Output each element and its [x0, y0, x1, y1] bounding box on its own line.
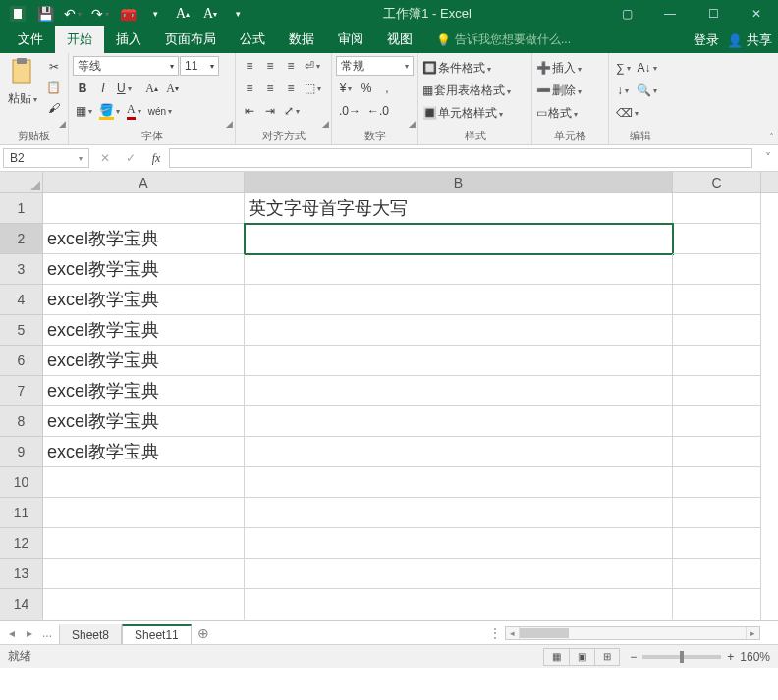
cell-A11[interactable] [43, 498, 245, 528]
cell-B7[interactable] [245, 376, 673, 406]
cell-B8[interactable] [245, 406, 673, 437]
cell-A7[interactable]: excel教学宝典 [43, 376, 245, 406]
cell-B3[interactable] [245, 254, 673, 285]
cell-A5[interactable]: excel教学宝典 [43, 315, 245, 346]
align-left-button[interactable]: ≡ [240, 79, 259, 98]
tab-file[interactable]: 文件 [6, 26, 55, 53]
sheet-nav-ellipsis[interactable]: ... [39, 626, 55, 640]
cell-B1[interactable]: 英文字母首字母大写 [245, 193, 673, 224]
formula-input[interactable] [169, 148, 752, 168]
tab-view[interactable]: 视图 [375, 26, 424, 53]
format-cells-button[interactable]: ▭格式 [536, 102, 582, 124]
cell-A10[interactable] [43, 467, 245, 498]
find-select-button[interactable]: 🔍 [634, 81, 660, 100]
cell-C12[interactable] [673, 528, 761, 559]
hscroll-split-icon[interactable]: ⋮ [489, 626, 501, 640]
autosum-button[interactable]: ∑ [613, 58, 634, 78]
column-header-A[interactable]: A [43, 172, 245, 192]
cell-C13[interactable] [673, 559, 761, 589]
row-header[interactable]: 8 [0, 406, 43, 437]
share-button[interactable]: 👤共享 [727, 31, 772, 49]
cell-B9[interactable] [245, 437, 673, 467]
redo-button[interactable]: ↷ [88, 2, 112, 26]
copy-button[interactable]: 📋 [43, 78, 64, 97]
comma-button[interactable]: , [377, 79, 397, 98]
cell-A3[interactable]: excel教学宝典 [43, 254, 245, 285]
cell-C3[interactable] [673, 254, 761, 285]
row-header[interactable]: 12 [0, 528, 43, 559]
align-bottom-button[interactable]: ≡ [281, 56, 301, 76]
tab-layout[interactable]: 页面布局 [153, 26, 228, 53]
wrap-text-button[interactable]: ⏎ [302, 56, 323, 76]
format-painter-button[interactable]: 🖌 [43, 98, 64, 118]
cell-A9[interactable]: excel教学宝典 [43, 437, 245, 467]
cell-B5[interactable] [245, 315, 673, 346]
tab-review[interactable]: 审阅 [326, 26, 375, 53]
align-middle-button[interactable]: ≡ [260, 56, 280, 76]
zoom-out-button[interactable]: − [630, 650, 637, 664]
underline-button[interactable]: U [114, 79, 135, 98]
tab-insert[interactable]: 插入 [104, 26, 153, 53]
cell-styles-button[interactable]: 🔳单元格样式 [422, 102, 511, 124]
row-header[interactable]: 9 [0, 437, 43, 467]
cell-C1[interactable] [673, 193, 761, 224]
qat-overflow-icon[interactable]: ▾ [226, 2, 250, 26]
align-right-button[interactable]: ≡ [281, 79, 301, 98]
zoom-level[interactable]: 160% [740, 650, 770, 664]
fill-button[interactable]: ↓ [613, 81, 633, 100]
cell-C6[interactable] [673, 346, 761, 376]
grow-font-button[interactable]: A▴ [142, 79, 162, 98]
row-header[interactable]: 6 [0, 346, 43, 376]
maximize-button[interactable]: ☐ [692, 0, 735, 27]
cell-A12[interactable] [43, 528, 245, 559]
sheet-tab[interactable]: Sheet8 [59, 624, 122, 644]
row-header[interactable]: 14 [0, 589, 43, 619]
bold-button[interactable]: B [73, 79, 92, 98]
cell-C7[interactable] [673, 376, 761, 406]
cell-B12[interactable] [245, 528, 673, 559]
view-page-layout-button[interactable]: ▣ [569, 648, 594, 666]
percent-button[interactable]: % [357, 79, 376, 98]
cell-C14[interactable] [673, 589, 761, 619]
insert-cells-button[interactable]: ➕插入 [536, 57, 582, 79]
phonetic-button[interactable]: wén [145, 101, 175, 121]
cell-B2[interactable] [245, 224, 673, 254]
column-header-C[interactable]: C [673, 172, 761, 192]
cancel-formula-button[interactable]: ✕ [92, 145, 118, 171]
align-top-button[interactable]: ≡ [240, 56, 259, 76]
close-button[interactable]: ✕ [735, 0, 778, 27]
row-header[interactable]: 5 [0, 315, 43, 346]
cell-B13[interactable] [245, 559, 673, 589]
number-format-combo[interactable]: 常规 [336, 56, 414, 76]
font-launcher-icon[interactable]: ◢ [226, 119, 233, 129]
conditional-format-button[interactable]: 🔲条件格式 [422, 57, 511, 79]
row-header[interactable]: 4 [0, 285, 43, 315]
insert-function-button[interactable]: fx [143, 145, 169, 171]
row-header[interactable]: 1 [0, 193, 43, 224]
cell-A13[interactable] [43, 559, 245, 589]
decrease-font-icon[interactable]: A▾ [198, 2, 222, 26]
sort-filter-button[interactable]: A↓ [635, 58, 660, 78]
ribbon-display-button[interactable]: ▢ [605, 0, 648, 27]
minimize-button[interactable]: — [648, 0, 692, 27]
cell-C9[interactable] [673, 437, 761, 467]
row-header[interactable]: 3 [0, 254, 43, 285]
sheet-tab[interactable]: Sheet11 [122, 624, 192, 644]
cell-B10[interactable] [245, 467, 673, 498]
undo-button[interactable]: ↶ [61, 2, 84, 26]
font-color-button[interactable]: A [124, 101, 144, 121]
enter-formula-button[interactable]: ✓ [118, 145, 143, 171]
row-header[interactable]: 11 [0, 498, 43, 528]
collapse-ribbon-icon[interactable]: ˄ [769, 132, 774, 142]
qat-more-icon[interactable]: ▾ [143, 2, 167, 26]
borders-button[interactable]: ▦ [73, 101, 95, 121]
cell-A2[interactable]: excel教学宝典 [43, 224, 245, 254]
scroll-left-icon[interactable]: ◂ [506, 627, 520, 639]
new-sheet-button[interactable]: ⊕ [192, 625, 215, 641]
row-header[interactable]: 10 [0, 467, 43, 498]
align-launcher-icon[interactable]: ◢ [322, 119, 329, 129]
select-all-corner[interactable] [0, 172, 43, 192]
font-name-combo[interactable]: 等线▾ [73, 56, 179, 76]
row-header[interactable]: 13 [0, 559, 43, 589]
align-center-button[interactable]: ≡ [260, 79, 280, 98]
